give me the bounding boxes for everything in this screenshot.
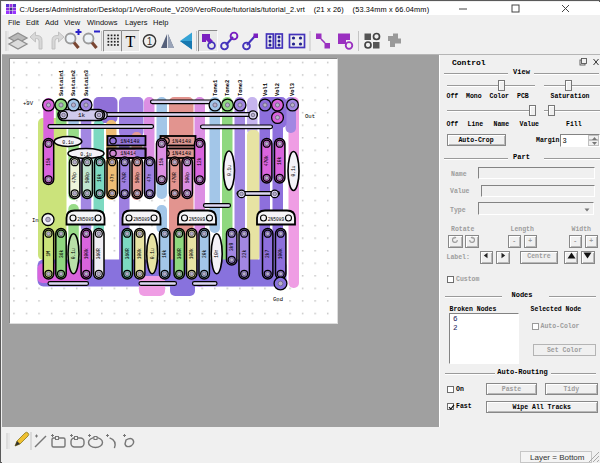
svg-text:T: T bbox=[126, 33, 136, 50]
svg-text:1M: 1M bbox=[46, 251, 51, 257]
svg-text:20k: 20k bbox=[202, 249, 207, 258]
svg-text:10n: 10n bbox=[214, 249, 219, 258]
svg-text:22k: 22k bbox=[242, 249, 247, 258]
svg-text:500p: 500p bbox=[135, 172, 140, 183]
svg-text:500p: 500p bbox=[185, 172, 190, 183]
svg-text:2N5089: 2N5089 bbox=[133, 217, 150, 222]
svg-text:0.1u: 0.1u bbox=[71, 248, 76, 259]
svg-text:0.1u: 0.1u bbox=[150, 248, 155, 259]
svg-text:100k: 100k bbox=[137, 248, 142, 259]
svg-text:0.1u: 0.1u bbox=[227, 165, 232, 176]
svg-text:100k: 100k bbox=[278, 248, 283, 259]
svg-text:Out: Out bbox=[305, 113, 315, 120]
svg-text:3k9: 3k9 bbox=[229, 242, 234, 251]
svg-text:Vol2: Vol2 bbox=[275, 83, 281, 96]
svg-text:470k: 470k bbox=[264, 155, 269, 166]
svg-text:Tone3: Tone3 bbox=[238, 80, 244, 96]
svg-text:2k7: 2k7 bbox=[265, 249, 270, 258]
svg-text:2N5089: 2N5089 bbox=[189, 217, 206, 222]
svg-text:Gnd: Gnd bbox=[273, 296, 283, 303]
svg-text:100k: 100k bbox=[189, 248, 194, 259]
svg-text:15k: 15k bbox=[159, 157, 164, 166]
svg-text:1N4148: 1N4148 bbox=[172, 139, 191, 145]
svg-text:47n: 47n bbox=[110, 173, 115, 182]
svg-text:1: 1 bbox=[147, 36, 153, 47]
svg-text:15k: 15k bbox=[46, 157, 51, 166]
svg-text:Sustain3: Sustain3 bbox=[84, 70, 90, 96]
svg-text:470p: 470p bbox=[72, 172, 77, 183]
svg-text:Sustain2: Sustain2 bbox=[71, 70, 77, 96]
svg-text:470R: 470R bbox=[172, 172, 177, 183]
svg-text:2N5089: 2N5089 bbox=[77, 217, 94, 222]
svg-text:1N4148: 1N4148 bbox=[120, 139, 139, 145]
svg-text:12k: 12k bbox=[197, 157, 202, 166]
svg-text:10k: 10k bbox=[97, 173, 102, 182]
svg-text:0.1u: 0.1u bbox=[62, 140, 74, 145]
svg-text:100k: 100k bbox=[84, 248, 89, 259]
svg-text:In: In bbox=[32, 217, 39, 224]
svg-text:+9V: +9V bbox=[23, 100, 34, 107]
svg-text:Vol1: Vol1 bbox=[263, 83, 269, 96]
svg-text:470R: 470R bbox=[122, 172, 127, 183]
svg-text:0.1u: 0.1u bbox=[291, 165, 296, 176]
svg-text:10k: 10k bbox=[162, 249, 167, 258]
svg-text:Tone1: Tone1 bbox=[213, 80, 219, 96]
svg-text:Vol3: Vol3 bbox=[290, 83, 296, 96]
svg-text:1k: 1k bbox=[78, 112, 86, 119]
svg-text:10k: 10k bbox=[277, 156, 282, 165]
svg-text:360R: 360R bbox=[177, 248, 182, 259]
svg-text:0.1u: 0.1u bbox=[80, 152, 92, 157]
svg-text:36k: 36k bbox=[59, 249, 64, 258]
svg-text:2N5089: 2N5089 bbox=[268, 217, 285, 222]
svg-text:500p: 500p bbox=[85, 172, 90, 183]
svg-text:360R: 360R bbox=[125, 248, 130, 259]
svg-text:Sustain1: Sustain1 bbox=[59, 70, 65, 96]
svg-text:360R: 360R bbox=[96, 248, 101, 259]
svg-text:Tone2: Tone2 bbox=[225, 80, 231, 96]
svg-text:47n: 47n bbox=[147, 173, 152, 182]
